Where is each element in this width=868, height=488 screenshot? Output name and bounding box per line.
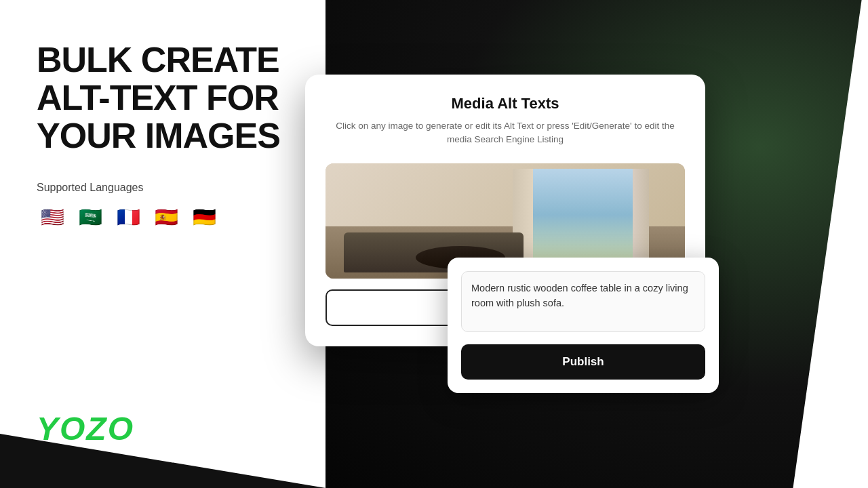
supported-languages-section: Supported Languages 🇺🇸 🇸🇦 🇫🇷 🇪🇸 🇩🇪	[37, 182, 289, 233]
yozo-logo: YOZO	[37, 410, 289, 447]
alt-text-popup-card: Modern rustic wooden coffee table in a c…	[448, 258, 719, 393]
left-panel: BULK CREATE ALT-TEXT FOR YOUR IMAGES Sup…	[0, 0, 326, 488]
flag-es: 🇪🇸	[151, 202, 182, 233]
page-headline: BULK CREATE ALT-TEXT FOR YOUR IMAGES	[37, 41, 289, 155]
flag-us: 🇺🇸	[37, 202, 68, 233]
flag-de: 🇩🇪	[189, 202, 220, 233]
flag-sa: 🇸🇦	[75, 202, 106, 233]
card-description: Click on any image to generate or edit i…	[326, 119, 685, 147]
room-window	[513, 169, 649, 261]
supported-languages-label: Supported Languages	[37, 182, 289, 194]
publish-button[interactable]: Publish	[461, 344, 705, 380]
flags-list: 🇺🇸 🇸🇦 🇫🇷 🇪🇸 🇩🇪	[37, 202, 289, 233]
flag-fr: 🇫🇷	[113, 202, 144, 233]
curtain-right	[633, 169, 649, 261]
alt-text-input[interactable]: Modern rustic wooden coffee table in a c…	[461, 271, 705, 332]
card-title: Media Alt Texts	[326, 95, 685, 113]
